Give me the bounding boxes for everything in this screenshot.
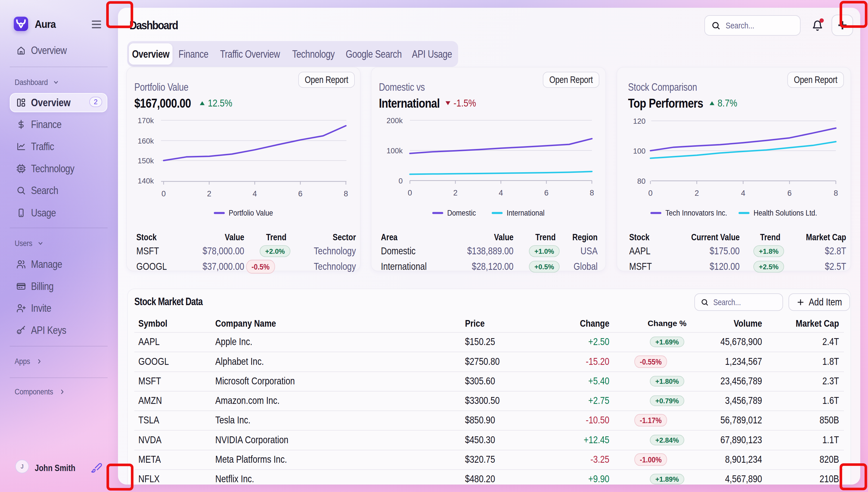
svg-text:160k: 160k (138, 137, 154, 145)
svg-text:100: 100 (633, 147, 646, 155)
svg-text:6: 6 (298, 190, 302, 198)
svg-text:150k: 150k (138, 156, 154, 165)
svg-text:8: 8 (344, 190, 348, 198)
svg-text:2: 2 (207, 190, 211, 198)
svg-text:0: 0 (161, 190, 166, 198)
svg-text:8: 8 (834, 189, 838, 197)
svg-text:170k: 170k (138, 116, 154, 125)
svg-text:4: 4 (741, 189, 745, 197)
svg-text:0: 0 (407, 189, 412, 197)
svg-text:4: 4 (253, 190, 257, 198)
svg-text:140k: 140k (138, 176, 154, 185)
svg-text:6: 6 (544, 189, 548, 197)
svg-text:2: 2 (453, 189, 457, 197)
svg-text:8: 8 (590, 189, 594, 197)
svg-text:120: 120 (633, 117, 646, 125)
svg-text:100k: 100k (387, 146, 403, 155)
svg-text:0: 0 (399, 176, 403, 185)
svg-text:200k: 200k (387, 116, 403, 125)
svg-text:4: 4 (499, 189, 503, 197)
svg-text:2: 2 (695, 189, 699, 197)
svg-text:6: 6 (787, 189, 792, 197)
svg-text:0: 0 (648, 189, 652, 197)
svg-text:80: 80 (637, 177, 646, 186)
